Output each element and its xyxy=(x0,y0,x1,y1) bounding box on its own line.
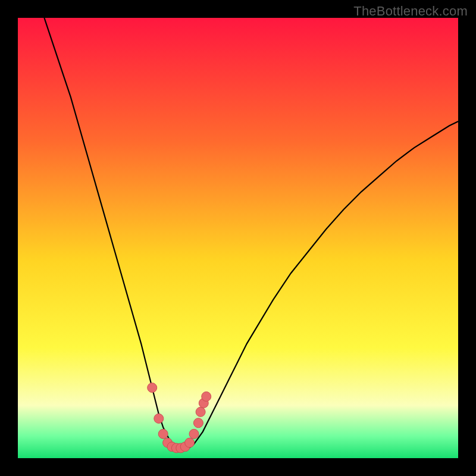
plot-area xyxy=(18,18,458,458)
watermark-text: TheBottleneck.com xyxy=(353,4,468,19)
curve-marker xyxy=(148,383,157,393)
chart-frame: TheBottleneck.com xyxy=(0,0,476,476)
gradient-background xyxy=(18,18,458,458)
curve-marker xyxy=(196,407,205,416)
curve-marker xyxy=(154,414,164,423)
curve-marker xyxy=(189,429,199,439)
curve-marker xyxy=(193,418,203,428)
curve-marker xyxy=(158,429,168,439)
chart-svg xyxy=(18,18,458,458)
curve-marker xyxy=(185,438,195,447)
curve-marker xyxy=(202,392,211,401)
